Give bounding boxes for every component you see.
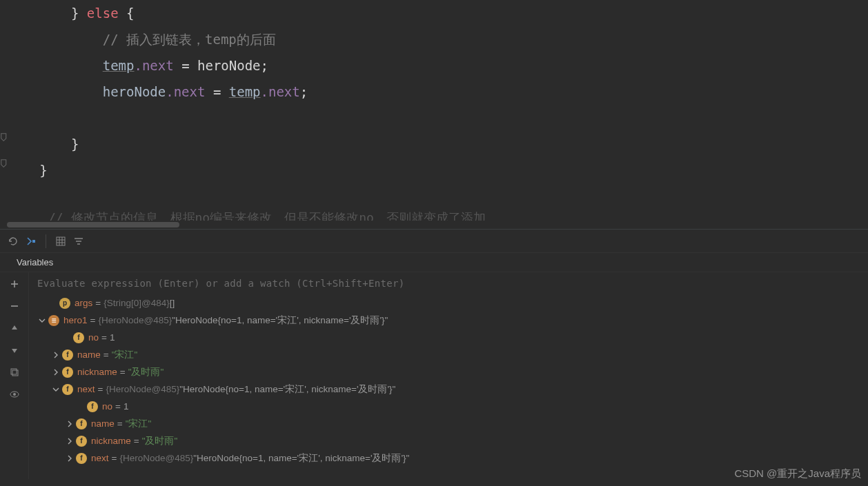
code-line: }: [0, 131, 868, 157]
scroll-thumb[interactable]: [7, 222, 179, 227]
watch-hint[interactable]: Evaluate expression (Enter) or add a wat…: [29, 272, 868, 294]
var-name[interactable]: f name= "宋江": [29, 415, 868, 432]
separator: [46, 234, 46, 248]
chevron-down-icon[interactable]: [37, 316, 47, 325]
object-badge-icon: ≡: [48, 315, 59, 326]
var-args[interactable]: p args= {String[0]@484} []: [29, 294, 868, 312]
code-line: heroNode.next = temp.next;: [0, 79, 868, 105]
chevron-right-icon[interactable]: [65, 436, 75, 446]
chevron-right-icon[interactable]: [65, 419, 75, 429]
gutter-mark-icon: [0, 159, 10, 168]
var-next[interactable]: f next= {HeroNode@485} "HeroNode{no=1, n…: [29, 449, 868, 467]
debug-toolbar: [0, 230, 868, 253]
var-name[interactable]: f name= "宋江": [29, 346, 868, 363]
field-badge-icon: f: [76, 453, 87, 464]
code-editor[interactable]: } else { // 插入到链表，temp的后面 temp.next = he…: [0, 0, 868, 221]
code-line: [0, 105, 868, 131]
add-watch-icon[interactable]: [8, 278, 21, 290]
filter-icon[interactable]: [71, 234, 86, 249]
up-icon[interactable]: [8, 322, 21, 334]
svg-rect-1: [57, 237, 65, 245]
field-badge-icon: f: [73, 332, 84, 343]
debug-panel: Variables Evaluate expression (Enter) or…: [0, 229, 868, 479]
horizontal-scrollbar[interactable]: [0, 221, 868, 229]
svg-rect-13: [12, 370, 18, 376]
chevron-right-icon[interactable]: [51, 367, 61, 377]
remove-icon[interactable]: [8, 300, 21, 312]
svg-point-15: [13, 393, 16, 396]
field-badge-icon: f: [62, 350, 73, 361]
watch-icon[interactable]: [8, 388, 21, 401]
svg-rect-0: [32, 240, 35, 243]
field-badge-icon: f: [76, 418, 87, 429]
step-into-icon[interactable]: [23, 234, 39, 249]
svg-rect-12: [11, 369, 17, 374]
watermark: CSDN @重开之Java程序员: [734, 467, 861, 480]
var-no[interactable]: f no= 1: [29, 398, 868, 415]
restart-frame-icon[interactable]: [6, 234, 21, 249]
code-line: }: [0, 157, 868, 183]
copy-icon[interactable]: [8, 366, 21, 378]
var-nickname[interactable]: f nickname= "及时雨": [29, 363, 868, 381]
code-line: } else {: [0, 0, 868, 26]
gutter-mark-icon: [0, 132, 10, 142]
keyword-else: else: [87, 6, 119, 21]
code-line: // 插入到链表，temp的后面: [0, 26, 868, 52]
field-badge-icon: f: [87, 401, 98, 412]
chevron-right-icon[interactable]: [65, 454, 75, 463]
down-icon[interactable]: [8, 344, 21, 356]
variables-tab[interactable]: Variables: [0, 253, 868, 272]
faded-comment: // 修改节点的信息，根据no编号来修改，但是不能修改no，否则就变成了添加: [0, 210, 868, 221]
var-nickname[interactable]: f nickname= "及时雨": [29, 432, 868, 449]
variables-tree[interactable]: Evaluate expression (Enter) or add a wat…: [29, 272, 868, 479]
field-badge-icon: f: [62, 367, 73, 378]
debug-left-strip: [0, 272, 29, 479]
chevron-down-icon[interactable]: [51, 385, 61, 394]
param-badge-icon: p: [59, 298, 70, 309]
var-no[interactable]: f no= 1: [29, 329, 868, 346]
field-badge-icon: f: [62, 384, 73, 395]
var-next[interactable]: f next= {HeroNode@485} "HeroNode{no=1, n…: [29, 381, 868, 398]
grid-icon[interactable]: [53, 234, 68, 249]
chevron-right-icon[interactable]: [51, 350, 61, 360]
var-hero1[interactable]: ≡ hero1= {HeroNode@485} "HeroNode{no=1, …: [29, 312, 868, 329]
code-line: temp.next = heroNode;: [0, 52, 868, 79]
field-badge-icon: f: [76, 436, 87, 447]
